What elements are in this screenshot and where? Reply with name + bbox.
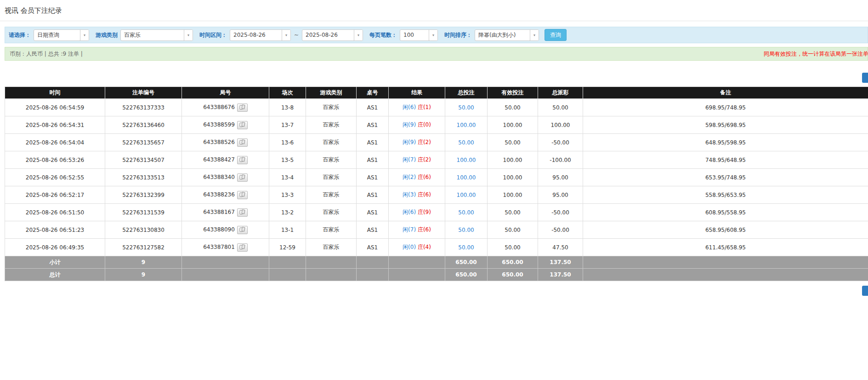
view-cards-button[interactable]: [237, 138, 248, 147]
chevron-down-icon[interactable]: ▾: [530, 30, 539, 40]
total-bet-link[interactable]: 100.00: [457, 174, 476, 181]
cell-session: 13-1: [269, 221, 306, 239]
cards-icon: [239, 104, 245, 110]
cell-bet-number: 522763137333: [105, 99, 182, 116]
result-player-link[interactable]: 闲(6): [403, 209, 416, 215]
pagination-button-partial-bottom[interactable]: [862, 286, 868, 296]
cell-session: 13-4: [269, 169, 306, 186]
column-header: 结果: [389, 87, 445, 99]
result-player-link[interactable]: 闲(6): [403, 104, 416, 110]
result-player-link[interactable]: 闲(3): [403, 191, 416, 198]
cell-bet-number: 522763130830: [105, 221, 182, 239]
cell-game-type: 百家乐: [306, 221, 357, 239]
footer-count: 9: [105, 269, 182, 281]
result-player-link[interactable]: 闲(2): [403, 174, 416, 180]
footer-total-bet: 650.00: [445, 269, 488, 281]
result-banker-link[interactable]: 庄(0): [418, 121, 431, 128]
result-player-link[interactable]: 闲(7): [403, 156, 416, 163]
result-player-link[interactable]: 闲(9): [403, 121, 416, 128]
result-banker-link[interactable]: 庄(2): [418, 139, 431, 145]
footer-empty-cell: [389, 256, 445, 269]
cell-time: 2025-08-26 06:53:26: [5, 151, 105, 169]
cell-round-number: 643388236: [182, 186, 269, 204]
chevron-down-icon[interactable]: ▾: [184, 30, 193, 40]
cards-icon: [239, 174, 245, 180]
chevron-down-icon[interactable]: ▾: [354, 30, 363, 40]
cell-total-bet: 50.00: [445, 204, 488, 221]
chevron-down-icon[interactable]: ▾: [429, 30, 437, 40]
total-bet-link[interactable]: 100.00: [457, 122, 476, 128]
view-cards-button[interactable]: [237, 243, 248, 252]
column-header: 时间: [5, 87, 105, 99]
result-banker-link[interactable]: 庄(6): [418, 226, 431, 233]
cell-total-bet: 50.00: [445, 239, 488, 256]
cell-round-number: 643388427: [182, 151, 269, 169]
cell-valid-bet: 50.00: [488, 239, 538, 256]
cell-payout: -50.00: [538, 134, 583, 151]
cell-total-bet: 100.00: [445, 116, 488, 134]
result-banker-link[interactable]: 庄(4): [418, 244, 431, 250]
time-range-label: 时间区间：: [199, 31, 227, 39]
total-bet-link[interactable]: 50.00: [458, 139, 474, 146]
cell-time: 2025-08-26 06:51:50: [5, 204, 105, 221]
view-cards-button[interactable]: [237, 121, 248, 129]
total-bet-link[interactable]: 100.00: [457, 157, 476, 163]
result-banker-link[interactable]: 庄(6): [418, 191, 431, 198]
view-cards-button[interactable]: [237, 191, 248, 199]
result-banker-link[interactable]: 庄(9): [418, 209, 431, 215]
table-row: 2025-08-26 06:54:59522763137333643388676…: [5, 99, 868, 116]
view-cards-button[interactable]: [237, 156, 248, 164]
view-cards-button[interactable]: [237, 173, 248, 182]
view-cards-button[interactable]: [237, 226, 248, 234]
column-header: 桌号: [357, 87, 389, 99]
footer-empty-cell: [306, 269, 357, 281]
total-bet-link[interactable]: 50.00: [458, 227, 474, 233]
chevron-down-icon[interactable]: ▾: [282, 30, 290, 40]
cell-game-type: 百家乐: [306, 134, 357, 151]
cell-session: 13-7: [269, 116, 306, 134]
per-page-select[interactable]: 100 ▾: [400, 29, 438, 41]
date-to-value: 2025-08-26: [302, 30, 354, 40]
chevron-down-icon[interactable]: ▾: [80, 30, 89, 40]
result-banker-link[interactable]: 庄(6): [418, 174, 431, 180]
cell-note: 653.95/748.95: [583, 169, 868, 186]
total-bet-link[interactable]: 50.00: [458, 209, 474, 216]
cell-round-number: 643388599: [182, 116, 269, 134]
cell-table-number: AS1: [357, 239, 389, 256]
query-type-select[interactable]: 日期查询 ▾: [34, 29, 89, 41]
date-to-select[interactable]: 2025-08-26 ▾: [302, 29, 363, 41]
total-bet-link[interactable]: 100.00: [457, 192, 476, 198]
search-button[interactable]: 查询: [545, 29, 567, 41]
result-player-link[interactable]: 闲(0): [403, 244, 416, 250]
table-header-row: 时间注单编号局号场次游戏类别桌号结果总投注有效投注总派彩备注: [5, 87, 868, 99]
date-from-select[interactable]: 2025-08-26 ▾: [230, 29, 291, 41]
footer-empty-cell: [306, 256, 357, 269]
footer-label: 小计: [5, 256, 105, 269]
cell-valid-bet: 50.00: [488, 221, 538, 239]
cell-payout: 50.00: [538, 99, 583, 116]
view-cards-button[interactable]: [237, 104, 248, 112]
game-type-select[interactable]: 百家乐 ▾: [120, 29, 193, 41]
cell-payout: -50.00: [538, 204, 583, 221]
cell-session: 13-2: [269, 204, 306, 221]
table-body: 2025-08-26 06:54:59522763137333643388676…: [5, 99, 868, 281]
footer-total-bet: 650.00: [445, 256, 488, 269]
cell-payout: -50.00: [538, 221, 583, 239]
sort-order-select[interactable]: 降幂(由大到小) ▾: [475, 29, 539, 41]
per-page-label: 每页笔数：: [369, 31, 397, 39]
result-player-link[interactable]: 闲(9): [403, 139, 416, 145]
cell-round-number: 643388340: [182, 169, 269, 186]
round-number: 643388167: [203, 209, 235, 215]
view-cards-button[interactable]: [237, 208, 248, 217]
cell-bet-number: 522763134507: [105, 151, 182, 169]
result-banker-link[interactable]: 庄(2): [418, 156, 431, 163]
result-player-link[interactable]: 闲(7): [403, 226, 416, 233]
result-banker-link[interactable]: 庄(1): [418, 104, 431, 110]
cell-result: 闲(2) 庄(6): [389, 169, 445, 186]
total-bet-link[interactable]: 50.00: [458, 244, 474, 251]
summary-bar: 币别：人民币 | 总共 :9 注单 | 同局有效投注，统一计算在该局第一张注单内: [5, 47, 868, 61]
total-bet-link[interactable]: 50.00: [458, 104, 474, 111]
footer-empty-cell: [357, 256, 389, 269]
pagination-button-partial-top[interactable]: [862, 73, 868, 83]
round-number: 643388340: [203, 174, 235, 180]
